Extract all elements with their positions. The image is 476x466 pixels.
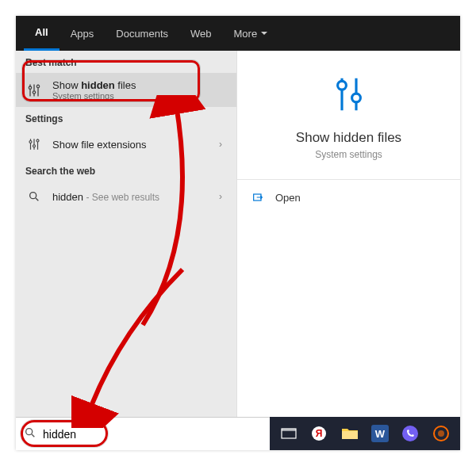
svg-rect-25 (342, 431, 358, 439)
tab-documents[interactable]: Documents (105, 16, 179, 51)
results-list: Best match Show hidden files System sett… (16, 51, 236, 417)
results-area: Best match Show hidden files System sett… (16, 51, 460, 417)
taskbar-app-generic[interactable] (427, 419, 455, 448)
svg-point-3 (33, 90, 35, 93)
settings-sliders-icon (328, 73, 370, 116)
result-web-hidden[interactable]: hidden - See web results › (16, 181, 236, 212)
result-title: Show file extensions (52, 139, 214, 151)
taskbar-app-word[interactable]: W (366, 419, 394, 448)
search-flyout: All Apps Documents Web More Best match S… (16, 16, 460, 450)
svg-point-1 (29, 86, 31, 89)
open-icon (251, 191, 264, 204)
settings-sliders-icon (25, 136, 43, 153)
taskbar-task-view[interactable] (274, 419, 303, 448)
taskbar-app-viber[interactable] (396, 419, 424, 448)
svg-point-19 (26, 428, 33, 434)
search-input[interactable] (43, 428, 262, 441)
settings-sliders-icon (25, 82, 43, 99)
svg-point-17 (351, 94, 360, 102)
section-settings: Settings (16, 107, 236, 129)
svg-point-7 (29, 141, 32, 143)
svg-text:W: W (375, 428, 386, 440)
result-show-hidden-files[interactable]: Show hidden files System settings (16, 73, 236, 107)
svg-point-12 (30, 193, 36, 199)
result-show-file-extensions[interactable]: Show file extensions › (16, 129, 236, 159)
svg-line-13 (36, 198, 38, 201)
svg-point-5 (36, 85, 39, 87)
tab-web[interactable]: Web (179, 16, 223, 51)
taskbar-app-file-explorer[interactable] (336, 419, 364, 448)
tab-apps[interactable]: Apps (60, 16, 106, 51)
taskbar-app-yandex[interactable]: Я (305, 419, 333, 448)
svg-point-28 (402, 426, 418, 441)
svg-point-15 (337, 81, 346, 90)
taskbar: Я W (270, 417, 460, 450)
preview-title: Show hidden files (296, 130, 401, 146)
chevron-right-icon[interactable]: › (214, 139, 227, 150)
result-title: hidden - See web results (52, 191, 214, 203)
search-icon (24, 426, 36, 442)
tab-more[interactable]: More (223, 16, 279, 51)
action-open[interactable]: Open (237, 180, 460, 215)
search-icon (25, 188, 43, 205)
svg-point-9 (33, 145, 36, 147)
search-bar[interactable] (16, 417, 270, 450)
result-subtitle: System settings (52, 91, 227, 101)
result-title: Show hidden files (52, 79, 227, 91)
section-best-match: Best match (16, 51, 236, 73)
preview-pane: Show hidden files System settings Open (236, 51, 460, 417)
svg-point-11 (36, 139, 39, 142)
svg-line-20 (32, 434, 34, 437)
action-open-label: Open (275, 192, 301, 204)
svg-rect-22 (282, 429, 296, 431)
search-scope-tabs: All Apps Documents Web More (16, 16, 460, 51)
section-search-web: Search the web (16, 159, 236, 181)
chevron-right-icon[interactable]: › (214, 191, 227, 202)
tab-all[interactable]: All (24, 16, 60, 51)
svg-text:Я: Я (316, 428, 323, 439)
svg-point-30 (438, 430, 444, 437)
preview-subtitle: System settings (315, 149, 382, 160)
